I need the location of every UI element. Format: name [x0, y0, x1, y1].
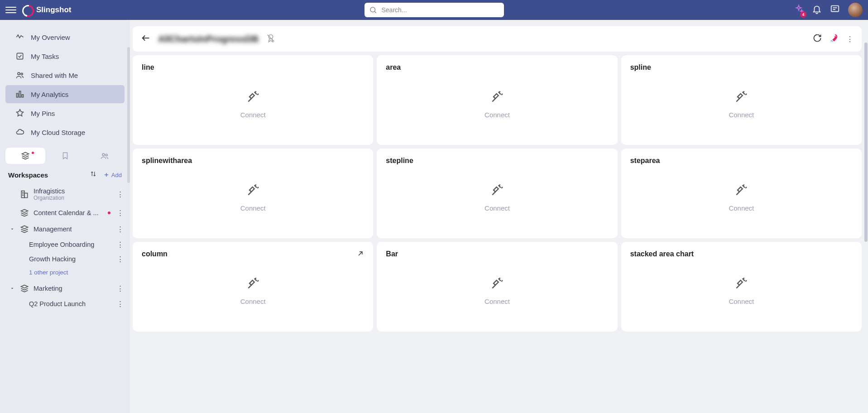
sidebar-item-overview[interactable]: My Overview: [5, 28, 125, 46]
more-options-button[interactable]: ⋮: [846, 35, 854, 43]
sidebar-item-shared[interactable]: Shared with Me: [5, 66, 125, 84]
workspace-sublabel: Organization: [34, 195, 110, 201]
connect-label: Connect: [729, 298, 754, 305]
tab-notification-dot-icon: [32, 152, 34, 154]
svg-rect-5: [17, 53, 23, 59]
sidebar-item-label: My Pins: [31, 110, 55, 117]
workspace-employee-onboarding[interactable]: Employee Onboarding ⋮: [0, 237, 130, 252]
brand-logo[interactable]: Slingshot: [22, 5, 71, 15]
workspace-label: Infragistics: [34, 187, 65, 195]
workspace-more-icon[interactable]: ⋮: [115, 255, 125, 263]
workspace-label: Marketing: [34, 285, 110, 292]
tile-line[interactable]: line Connect: [133, 55, 373, 145]
app-header: Slingshot 4: [0, 0, 868, 20]
svg-rect-2: [831, 6, 839, 12]
user-avatar[interactable]: [848, 3, 863, 17]
tab-bookmarks[interactable]: [45, 148, 85, 164]
caret-down-icon[interactable]: [10, 226, 15, 233]
plug-icon: [246, 183, 260, 200]
add-workspace-button[interactable]: Add: [103, 172, 122, 178]
svg-rect-8: [17, 93, 18, 97]
tile-body: Connect: [386, 72, 608, 137]
sidebar-item-label: My Tasks: [31, 53, 59, 60]
award-icon[interactable]: [266, 33, 276, 45]
workspace-marketing[interactable]: Marketing ⋮: [0, 280, 130, 297]
tile-body: Connect: [142, 72, 364, 137]
tab-workspaces[interactable]: [5, 148, 45, 164]
connect-label: Connect: [484, 204, 510, 212]
workspace-more-icon[interactable]: ⋮: [115, 226, 125, 233]
page-header: AllChartsInProgressDB ⋮: [133, 26, 862, 52]
plug-icon: [490, 183, 504, 200]
workspace-more-icon[interactable]: ⋮: [115, 191, 125, 198]
plug-icon: [490, 90, 504, 106]
menu-toggle-button[interactable]: [5, 5, 16, 15]
brand-mark-icon: [22, 5, 33, 15]
svg-point-6: [18, 72, 20, 75]
svg-rect-10: [22, 95, 23, 97]
tile-steparea[interactable]: steparea Connect: [621, 149, 862, 238]
sidebar-item-tasks[interactable]: My Tasks: [5, 47, 125, 65]
workspaces-header: Workspaces Add: [0, 164, 130, 184]
svg-point-11: [102, 154, 105, 156]
sidebar-item-pins[interactable]: My Pins: [5, 104, 125, 122]
refresh-button[interactable]: [813, 34, 822, 44]
workspace-org[interactable]: Infragistics Organization ⋮: [0, 184, 130, 205]
page-title: AllChartsInProgressDB: [158, 34, 259, 44]
workspace-more-icon[interactable]: ⋮: [115, 285, 125, 292]
tile-column[interactable]: column Connect: [133, 242, 373, 331]
plug-icon: [734, 183, 748, 200]
sidebar-item-label: Shared with Me: [31, 72, 78, 79]
tile-title: stepline: [386, 157, 608, 165]
sidebar-tabs: [5, 148, 125, 164]
workspace-more-icon[interactable]: ⋮: [115, 300, 125, 307]
workspace-growth-hacking[interactable]: Growth Hacking ⋮: [0, 252, 130, 266]
search-input[interactable]: [364, 3, 504, 17]
connect-label: Connect: [240, 298, 266, 305]
tile-title: stacked area chart: [630, 250, 853, 258]
tile-body: Connect: [142, 165, 364, 230]
notifications-icon[interactable]: [812, 4, 822, 16]
workspace-more-icon[interactable]: ⋮: [115, 209, 125, 216]
workspace-q2-launch[interactable]: Q2 Product Launch ⋮: [0, 297, 130, 311]
svg-point-12: [106, 154, 107, 156]
sidebar-item-label: My Overview: [31, 34, 70, 41]
tile-area[interactable]: area Connect: [377, 55, 617, 145]
svg-point-23: [835, 36, 836, 37]
plug-icon: [734, 90, 748, 106]
sidebar-item-label: My Cloud Storage: [31, 129, 85, 136]
expand-icon[interactable]: [357, 250, 364, 259]
workspace-management[interactable]: Management ⋮: [0, 221, 130, 237]
workspace-more-icon[interactable]: ⋮: [115, 241, 125, 248]
main-scrollbar[interactable]: [864, 43, 868, 242]
brand-name: Slingshot: [36, 5, 71, 14]
tile-title: area: [386, 63, 608, 72]
plug-icon: [490, 277, 504, 293]
caret-down-icon[interactable]: [10, 285, 15, 292]
svg-line-24: [359, 252, 362, 255]
workspace-content-calendar[interactable]: Content Calendar & ... ⋮: [0, 205, 130, 221]
sort-icon[interactable]: [90, 170, 97, 179]
tile-body: Connect: [630, 165, 853, 230]
ai-sparkle-icon[interactable]: 4: [794, 4, 804, 16]
tile-body: Connect: [386, 165, 608, 230]
connect-label: Connect: [240, 111, 266, 119]
tile-title: column: [142, 250, 364, 258]
chat-icon[interactable]: [830, 4, 840, 16]
workspace-dot-icon: [108, 211, 110, 214]
workspace-other-projects-link[interactable]: 1 other project: [0, 266, 130, 280]
tab-people[interactable]: [85, 148, 125, 164]
tile-body: Connect: [386, 258, 608, 323]
tile-stacked-area[interactable]: stacked area chart Connect: [621, 242, 862, 331]
plug-icon: [246, 277, 260, 293]
sidebar-item-cloud[interactable]: My Cloud Storage: [5, 123, 125, 141]
back-button[interactable]: [141, 33, 151, 45]
search-icon: [369, 6, 377, 16]
tile-splinewitharea[interactable]: splinewitharea Connect: [133, 149, 373, 238]
sidebar-item-analytics[interactable]: My Analytics: [5, 85, 125, 103]
tile-stepline[interactable]: stepline Connect: [377, 149, 617, 238]
tile-bar[interactable]: Bar Connect: [377, 242, 617, 331]
rocket-icon[interactable]: [829, 33, 839, 45]
tile-spline[interactable]: spline Connect: [621, 55, 862, 145]
connect-label: Connect: [729, 204, 754, 212]
